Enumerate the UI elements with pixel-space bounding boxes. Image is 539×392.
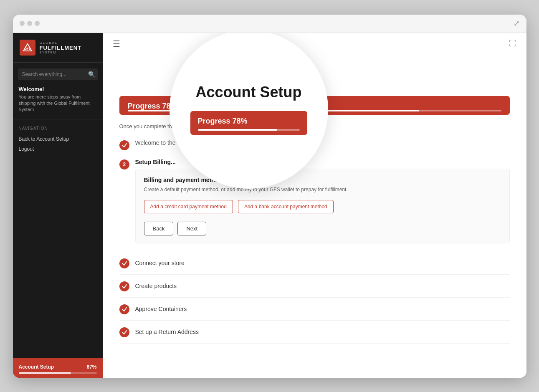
back-button[interactable]: Back: [144, 222, 174, 235]
dot-red: [20, 21, 25, 26]
action-buttons: Back Next: [144, 222, 501, 235]
approve-containers-label: Approve Containers: [135, 306, 187, 312]
sidebar-nav: Navigation Back to Account Setup Logout: [13, 119, 103, 157]
step-2-num-icon: 2: [119, 159, 129, 169]
dot-green: [35, 21, 40, 26]
app-layout: GFS GLOBAL FULFILLMENT SYSTEM 🔍 Welcome!…: [13, 33, 526, 378]
create-products-label: Create products: [135, 283, 177, 289]
step-2-label: Setup Billing...: [135, 159, 510, 165]
approve-containers-check-icon: [119, 304, 129, 314]
dot-yellow: [27, 21, 32, 26]
step-1-check-icon: [119, 140, 129, 150]
step-1-content: Welcome to the Global Fulfillment...: [135, 139, 510, 147]
step-1: Welcome to the Global Fulfillment...: [119, 139, 510, 150]
nav-label: Navigation: [19, 126, 97, 131]
main-topbar: ☰ ⛶: [103, 33, 526, 55]
step-2-content: Setup Billing... Billing and payment met…: [135, 159, 510, 243]
search-icon: 🔍: [88, 71, 95, 78]
connect-store-label: Connect your store: [135, 260, 185, 266]
billing-description: Create a default payment method, or add …: [144, 186, 501, 193]
main-content: ☰ ⛶ Account Setup Progress 78% Account S…: [103, 33, 526, 378]
progress-bar-fill: [128, 110, 419, 111]
account-progress-bar: [19, 372, 97, 374]
account-progress-fill: [19, 372, 71, 374]
browser-window: ⤢ GFS GLOBAL FULFILLMENT SYSTEM: [13, 15, 526, 378]
next-button[interactable]: Next: [177, 222, 206, 235]
add-bank-account-button[interactable]: Add a bank account payment method: [238, 200, 334, 213]
expand-icon[interactable]: ⛶: [509, 39, 516, 48]
sidebar-welcome: Welcome! You are mere steps away from sh…: [13, 86, 103, 119]
account-setup-label: Account Setup 67%: [19, 364, 97, 370]
logo-fulfillment: FULFILLMENT: [40, 45, 82, 51]
browser-topbar: ⤢: [13, 15, 526, 33]
logo-text: GLOBAL FULFILLMENT SYSTEM: [40, 41, 82, 54]
completed-step-approve-containers: Approve Containers: [119, 298, 510, 321]
add-credit-card-button[interactable]: Add a credit card payment method: [144, 200, 233, 213]
sidebar-bottom: Account Setup 67%: [13, 358, 103, 378]
sidebar-item-back-to-account-setup[interactable]: Back to Account Setup: [19, 134, 97, 144]
connect-store-check-icon: [119, 258, 129, 268]
billing-title: Billing and payment methods: [144, 177, 501, 183]
sidebar-search[interactable]: 🔍: [18, 68, 98, 80]
create-products-check-icon: [119, 281, 129, 291]
progress-label: Progress 78%: [128, 102, 177, 111]
logo-global: GLOBAL: [40, 41, 82, 45]
logo-icon: GFS: [20, 40, 35, 56]
welcome-text: You are mere steps away from shipping wi…: [19, 94, 97, 113]
svg-text:GFS: GFS: [24, 47, 30, 50]
spotlight-progress-bar-fill: [198, 129, 277, 131]
completed-step-return-address: Set up a Return Address: [119, 321, 510, 344]
completed-steps: Connect your store Create products: [119, 252, 510, 344]
account-setup-text: Account Setup: [19, 364, 54, 370]
browser-dots: [20, 21, 40, 26]
progress-description: Once you complete these steps you will h…: [119, 123, 510, 129]
step-1-label: Welcome to the Global Fulfillment...: [135, 139, 510, 146]
browser-expand-icon[interactable]: ⤢: [514, 19, 520, 28]
sidebar: GFS GLOBAL FULFILLMENT SYSTEM 🔍 Welcome!…: [13, 33, 103, 378]
logo-system: SYSTEM: [40, 51, 82, 54]
hamburger-menu-icon[interactable]: ☰: [113, 39, 120, 49]
account-progress-pct: 67%: [86, 364, 96, 370]
step-2: 2 Setup Billing... Billing and payment m…: [119, 159, 510, 243]
billing-card: Billing and payment methods Create a def…: [135, 169, 510, 243]
billing-buttons: Add a credit card payment method Add a b…: [144, 200, 501, 213]
spotlight-progress-bar-bg: [198, 129, 300, 131]
content-body: Account Setup Progress 78% Account Setup…: [103, 55, 526, 357]
return-address-check-icon: [119, 327, 129, 337]
completed-step-create-products: Create products: [119, 275, 510, 298]
progress-bar-track: [128, 110, 501, 111]
sidebar-item-logout[interactable]: Logout: [19, 144, 97, 154]
return-address-label: Set up a Return Address: [135, 329, 199, 335]
completed-step-connect-store: Connect your store: [119, 252, 510, 275]
search-input[interactable]: [22, 71, 85, 77]
progress-bar-full: Progress 78%: [119, 96, 510, 115]
welcome-title: Welcome!: [19, 86, 97, 92]
sidebar-logo: GFS GLOBAL FULFILLMENT SYSTEM: [13, 33, 103, 63]
